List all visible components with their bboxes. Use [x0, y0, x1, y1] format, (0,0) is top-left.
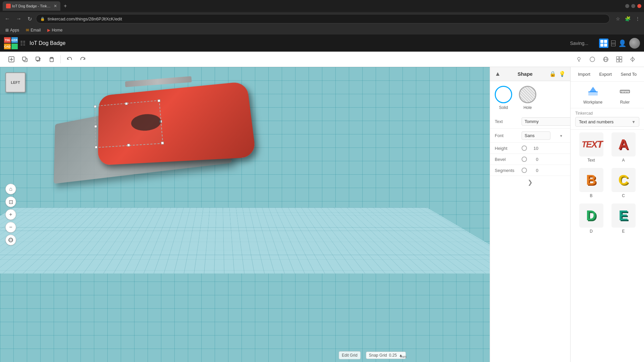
extensions-icon[interactable]: 🧩	[624, 15, 632, 23]
lock-shape-icon[interactable]: 🔒	[549, 71, 556, 77]
shape-panel-icons: 🔒 💡	[549, 71, 566, 77]
saving-status: Saving...	[570, 41, 588, 46]
handle-br	[161, 141, 164, 144]
light-button[interactable]	[573, 53, 585, 65]
solid-label: Solid	[499, 105, 508, 110]
lock-icon: 🔒	[40, 17, 45, 21]
close-button[interactable]	[637, 4, 641, 8]
unit-label: mm	[400, 353, 407, 359]
segments-slider-icon[interactable]	[522, 168, 527, 173]
shape-item-e[interactable]: E E	[608, 203, 639, 234]
shape-label-text: Text	[587, 158, 595, 163]
home-icon: ▶	[47, 28, 50, 33]
svg-marker-23	[590, 87, 596, 92]
segments-prop-value: 0	[530, 168, 538, 173]
scene-button[interactable]	[600, 53, 612, 65]
shape-select-button[interactable]	[586, 53, 598, 65]
reload-button[interactable]: ↻	[25, 14, 34, 23]
maximize-button[interactable]	[631, 4, 635, 8]
user-avatar[interactable]	[629, 38, 640, 49]
handle-mb	[127, 144, 130, 147]
mirror-button[interactable]	[627, 53, 639, 65]
share-button[interactable]: 👤	[618, 39, 627, 47]
bevel-prop-label: Bevel	[495, 157, 518, 162]
height-slider-icon[interactable]	[522, 145, 527, 151]
shape-label-b: B	[590, 193, 592, 198]
delete-button[interactable]	[46, 53, 58, 65]
address-bar[interactable]: 🔒 tinkercad.com/things/28n6PJltXcK/edit	[36, 14, 610, 23]
text-prop-label: Text	[495, 119, 518, 124]
zoom-out-button[interactable]: −	[5, 222, 16, 233]
font-arrow-icon: ▼	[559, 134, 563, 137]
hole-option[interactable]: Hole	[519, 86, 536, 110]
forward-button[interactable]: →	[14, 14, 23, 23]
export-button[interactable]: Export	[596, 70, 614, 78]
back-button[interactable]: ←	[3, 14, 12, 23]
fit-view-button[interactable]: ⊡	[5, 196, 16, 207]
bookmark-home[interactable]: ▶ Home	[45, 27, 65, 33]
shape-thumb-e: E	[611, 203, 636, 228]
menu-icon[interactable]: ⋮	[634, 15, 641, 23]
light-shape-icon[interactable]: 💡	[559, 71, 566, 77]
shapes-source-selector[interactable]: Text and numbers ▼	[575, 117, 639, 127]
shape-item-b[interactable]: B B	[576, 168, 606, 198]
edit-grid-button[interactable]: Edit Grid	[339, 351, 361, 359]
undo-button[interactable]	[63, 53, 75, 65]
font-select-wrapper: Sans Serif Monospace ▼	[522, 131, 566, 140]
solid-option[interactable]: Solid	[495, 86, 512, 110]
top-nav: TIN KER CAD ☷ IoT Dog Badge Saving...	[0, 35, 644, 52]
shape-collapse-button[interactable]: ▲	[495, 70, 501, 77]
zoom-in-button[interactable]: +	[5, 209, 16, 220]
send-to-button[interactable]: Send To	[618, 70, 639, 78]
shape-item-c[interactable]: C C	[608, 168, 639, 198]
handle-tr	[157, 99, 160, 102]
shape-item-a[interactable]: A A	[608, 132, 639, 163]
new-tab-button[interactable]: +	[61, 3, 69, 9]
shape-label-d: D	[590, 229, 593, 234]
new-shape-button[interactable]	[5, 53, 17, 65]
grid-button[interactable]	[613, 53, 625, 65]
shapes-row-2: B B C C	[573, 168, 641, 198]
snap-grid-value: 0.25	[389, 353, 397, 358]
url-text: tinkercad.com/things/28n6PJltXcK/edit	[48, 16, 122, 21]
tinkercad-logo[interactable]: TIN KER CAD	[4, 37, 16, 49]
bookmark-apps[interactable]: ⊞ Apps	[3, 27, 22, 33]
handle-mt	[125, 102, 128, 105]
shape-item-text[interactable]: TEXT Text	[576, 132, 606, 163]
code-view-button[interactable]: ⌸	[611, 39, 615, 48]
app-container: TIN KER CAD ☷ IoT Dog Badge Saving...	[0, 35, 644, 362]
svg-rect-18	[620, 60, 622, 62]
duplicate-button[interactable]	[32, 53, 44, 65]
perspective-button[interactable]	[5, 235, 16, 245]
minimize-button[interactable]	[625, 4, 629, 8]
import-button[interactable]: Import	[575, 70, 593, 78]
nav-cube[interactable]: LEFT	[5, 72, 29, 96]
bookmark-email[interactable]: ✉ Email	[23, 27, 43, 33]
scene-objects	[0, 67, 490, 362]
home-view-button[interactable]: ⌂	[5, 184, 16, 194]
svg-rect-6	[36, 57, 39, 60]
shapes-category-name: Text and numbers	[579, 119, 613, 124]
tab-close-button[interactable]: ✕	[54, 4, 57, 8]
bevel-slider-icon[interactable]	[522, 157, 527, 162]
browser-toolbar: ← → ↻ 🔒 tinkercad.com/things/28n6PJltXcK…	[0, 12, 644, 25]
shape-panel: ▲ Shape 🔒 💡 Solid Hole	[490, 67, 570, 362]
workplane-button[interactable]: Workplane	[583, 85, 602, 105]
copy-button[interactable]	[19, 53, 31, 65]
redo-button[interactable]	[77, 53, 89, 65]
c-3d-preview: C	[618, 172, 628, 188]
hole-label: Hole	[524, 105, 532, 110]
active-tab[interactable]: IoT Dog Badge - Tinkercad ✕	[3, 1, 60, 11]
viewport[interactable]: LEFT ⌂ ⊡ + − Edit Grid Snap Grid 0.25 ▲	[0, 67, 490, 362]
star-icon[interactable]: ☆	[614, 15, 622, 23]
browser-chrome: IoT Dog Badge - Tinkercad ✕ + ← → ↻ 🔒 ti…	[0, 0, 644, 35]
font-select[interactable]: Sans Serif Monospace	[522, 131, 550, 140]
expand-more-button[interactable]: ❯	[490, 176, 570, 189]
right-sidebar-top: Import Export Send To	[571, 67, 644, 82]
ruler-button[interactable]: Ruler	[619, 85, 631, 105]
logo-i: KER	[11, 37, 18, 43]
cube-face-left[interactable]: LEFT	[5, 72, 25, 93]
shape-item-d[interactable]: D D	[576, 203, 606, 234]
3d-view-button[interactable]	[599, 39, 608, 48]
nav-grid-icon[interactable]: ☷	[20, 40, 25, 47]
